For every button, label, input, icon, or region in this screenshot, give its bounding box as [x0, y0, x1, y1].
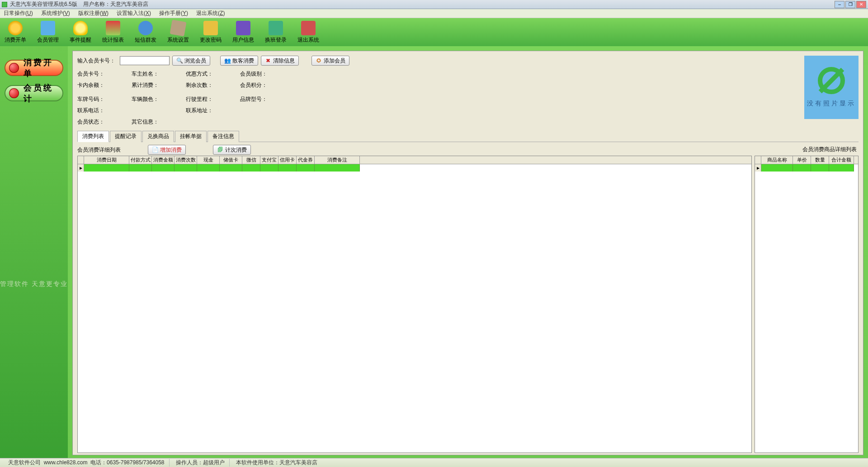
guest-icon: 👥 — [224, 57, 231, 64]
column-header[interactable]: 消费金额 — [152, 156, 175, 164]
no-photo-text: 没有照片显示 — [807, 100, 856, 108]
column-header[interactable]: 商品名称 — [761, 156, 793, 164]
maximize-button[interactable]: ❐ — [845, 1, 855, 8]
settings-icon — [170, 19, 186, 36]
user-icon — [236, 21, 250, 35]
column-header[interactable]: 合计金额 — [829, 156, 854, 164]
menu-item[interactable]: 日常操作(U) — [4, 10, 33, 17]
column-header[interactable]: 数量 — [811, 156, 829, 164]
column-header[interactable]: 代金券 — [297, 156, 315, 164]
menu-item[interactable]: 系统维护(V) — [41, 10, 70, 17]
search-icon: 🔍 — [176, 57, 183, 64]
table-cell — [129, 164, 152, 172]
sidebar: 消费开单 会员统计 管理软件 天意更专业 — [0, 46, 68, 458]
dot-icon — [9, 88, 19, 98]
copy-icon: 🗐 — [217, 147, 223, 153]
table-cell — [761, 164, 793, 172]
toolbar-btn-bulb[interactable]: 事件提醒 — [70, 21, 91, 44]
column-header[interactable]: 支付宝 — [260, 156, 278, 164]
menu-item[interactable]: 版权注册(W) — [78, 10, 108, 17]
toolbar-btn-key[interactable]: 更改密码 — [200, 21, 222, 44]
column-header[interactable]: 付款方式 — [129, 156, 152, 164]
people-icon — [41, 21, 55, 35]
column-header[interactable]: 消费备注 — [315, 156, 360, 164]
tab[interactable]: 提醒记录 — [110, 131, 142, 142]
left-list-title: 会员消费详细列表 — [77, 146, 121, 154]
toolbar-btn-people[interactable]: 会员管理 — [37, 21, 59, 44]
table-cell — [793, 164, 811, 172]
column-header[interactable]: 现金 — [197, 156, 220, 164]
add-consume-button[interactable]: 📄增加消费 — [148, 145, 186, 155]
clear-info-button[interactable]: ✖清除信息 — [261, 56, 299, 66]
main-panel: 输入会员卡号： 🔍浏览会员 👥散客消费 ✖清除信息 ✪添加会员 会员卡号：车主姓… — [72, 51, 863, 455]
add-icon: ✪ — [316, 57, 322, 64]
table-cell — [220, 164, 242, 172]
tab-bar: 消费列表提醒记录兑换商品挂帐单据备注信息 — [77, 130, 859, 142]
tab[interactable]: 消费列表 — [77, 131, 109, 142]
sidebar-btn-consume[interactable]: 消费开单 — [5, 60, 63, 76]
exit-icon — [301, 21, 316, 35]
sidebar-slogan: 管理软件 天意更专业 — [0, 280, 68, 288]
count-consume-button[interactable]: 🗐计次消费 — [213, 145, 251, 155]
menu-item[interactable]: 设置输入法(X) — [117, 10, 151, 17]
toolbar-btn-coins[interactable]: 消费开单 — [5, 21, 26, 44]
tab[interactable]: 兑换商品 — [142, 131, 174, 142]
goods-table[interactable]: 商品名称单价数量合计金额 — [755, 156, 859, 453]
card-number-input[interactable] — [120, 56, 170, 65]
browse-member-button[interactable]: 🔍浏览会员 — [172, 56, 210, 66]
close-button[interactable]: ✕ — [856, 1, 866, 8]
table-cell — [278, 164, 297, 172]
card-input-label: 输入会员卡号： — [77, 57, 115, 65]
table-cell — [84, 164, 129, 172]
table-cell — [152, 164, 175, 172]
toolbar-btn-exit[interactable]: 退出系统 — [297, 21, 319, 44]
member-info-grid: 会员卡号：车主姓名：优惠方式：会员级别： 卡内余额：累计消费：剩余次数：会员积分… — [77, 70, 859, 126]
column-header[interactable]: 储值卡 — [220, 156, 242, 164]
status-company: 天意软件公司 www.chle828.com 电话：0635-7987985/7… — [4, 459, 170, 467]
minimize-button[interactable]: – — [835, 1, 844, 8]
column-header[interactable]: 单价 — [793, 156, 811, 164]
toolbar-btn-sms[interactable]: 短信群发 — [135, 21, 156, 44]
doc-icon: 📄 — [152, 147, 158, 153]
guest-consume-button[interactable]: 👥散客消费 — [220, 56, 258, 66]
app-icon — [2, 2, 7, 7]
tab[interactable]: 备注信息 — [208, 131, 239, 142]
swap-icon — [269, 21, 283, 35]
add-member-button[interactable]: ✪添加会员 — [311, 56, 349, 66]
no-photo-icon — [818, 67, 845, 94]
table-cell — [829, 164, 854, 172]
row-marker-icon — [755, 164, 761, 172]
sms-icon — [138, 21, 153, 35]
clear-icon: ✖ — [265, 57, 271, 64]
table-cell — [260, 164, 278, 172]
column-header[interactable]: 消费日期 — [84, 156, 129, 164]
toolbar: 消费开单会员管理事件提醒统计报表短信群发系统设置更改密码用户信息换班登录退出系统 — [0, 18, 868, 46]
sidebar-btn-member-stats[interactable]: 会员统计 — [5, 85, 63, 101]
table-cell — [811, 164, 829, 172]
member-photo-box: 没有照片显示 — [804, 56, 859, 119]
coins-icon — [8, 21, 23, 35]
bulb-icon — [73, 21, 88, 35]
menu-item[interactable]: 操作手册(Y) — [159, 10, 188, 17]
status-operator: 操作人员：超级用户 — [171, 459, 230, 467]
column-header[interactable]: 消费次数 — [175, 156, 197, 164]
table-cell — [242, 164, 260, 172]
menu-bar: 日常操作(U)系统维护(V)版权注册(W)设置输入法(X)操作手册(Y)退出系统… — [0, 9, 868, 18]
window-title: 天意汽车美容管理系统6.5版 用户名称：天意汽车美容店 — [10, 0, 835, 8]
column-header[interactable]: 微信 — [242, 156, 260, 164]
column-header[interactable]: 信用卡 — [278, 156, 297, 164]
chart-icon — [106, 21, 120, 35]
row-marker-icon — [78, 164, 84, 172]
consume-table[interactable]: 消费日期付款方式消费金额消费次数现金储值卡微信支付宝信用卡代金券消费备注 — [77, 156, 752, 453]
status-unit: 本软件使用单位：天意汽车美容店 — [231, 459, 322, 467]
key-icon — [203, 21, 218, 35]
toolbar-btn-user[interactable]: 用户信息 — [232, 21, 254, 44]
menu-item[interactable]: 退出系统(Z) — [196, 10, 225, 17]
toolbar-btn-swap[interactable]: 换班登录 — [265, 21, 287, 44]
right-list-title: 会员消费商品详细列表 — [802, 146, 859, 153]
title-bar: 天意汽车美容管理系统6.5版 用户名称：天意汽车美容店 – ❐ ✕ — [0, 0, 868, 9]
toolbar-btn-chart[interactable]: 统计报表 — [102, 21, 124, 44]
toolbar-btn-settings[interactable]: 系统设置 — [167, 21, 189, 44]
table-cell — [315, 164, 360, 172]
tab[interactable]: 挂帐单据 — [175, 131, 207, 142]
